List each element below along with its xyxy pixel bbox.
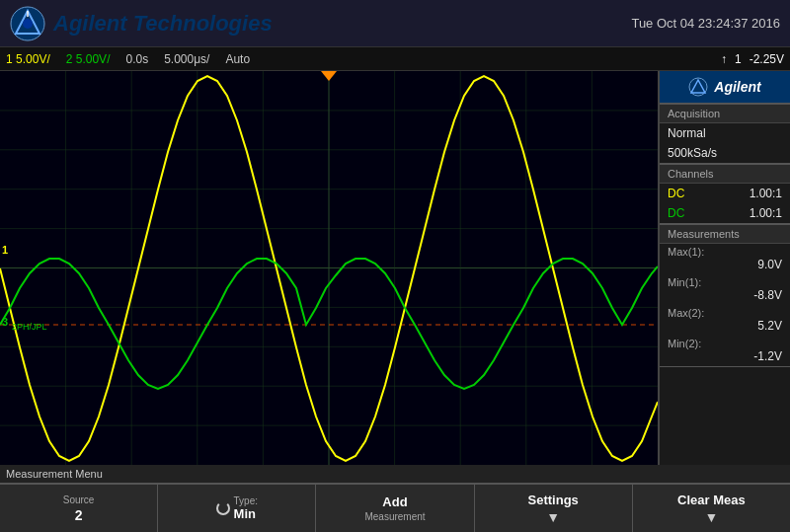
sidebar: Agilent Acquisition Normal 500kSa/s Chan… (658, 71, 790, 465)
scope-display: 1 3 2PH/JPL (0, 71, 658, 465)
ch1-info: DC 1.00:1 (660, 184, 790, 203)
measurements-title: Measurements (660, 224, 790, 244)
channels-title: Channels (660, 164, 790, 184)
chevron-down-icon-clear: ▼ (704, 509, 718, 525)
trigger-arrow (321, 71, 337, 81)
sidebar-brand: Agilent (714, 79, 760, 95)
settings-button[interactable]: Settings ▼ (475, 485, 633, 532)
type-value: Min (234, 506, 256, 521)
timestamp: Tue Oct 04 23:24:37 2016 (631, 16, 780, 31)
add-label: Add (382, 494, 407, 509)
add-sub: Measurement (364, 511, 425, 522)
time-div: 5.000μs/ (164, 52, 209, 66)
ref-label: 2PH/JPL (12, 322, 47, 332)
status-bar: 1 5.00V/ 2 5.00V/ 0.0s 5.000μs/ Auto ↑ 1… (0, 47, 790, 71)
acquisition-section: Acquisition Normal 500kSa/s (660, 104, 790, 164)
bottom-toolbar: Source 2 Type: Min Add Measurement Setti… (0, 483, 790, 532)
chevron-down-icon: ▼ (546, 509, 560, 525)
ch2-info: DC 1.00:1 (660, 203, 790, 223)
company-name: Agilent Technologies (53, 11, 273, 37)
source-label: Source (63, 494, 95, 505)
main-area: 1 3 2PH/JPL Agilent Acquisition Normal 5… (0, 71, 790, 465)
max1-value: 9.0V (660, 258, 790, 274)
min2-value: -1.2V (660, 349, 790, 366)
type-label: Type: (234, 495, 258, 506)
min1-value: -8.8V (660, 288, 790, 305)
max2-value: 5.2V (660, 319, 790, 336)
acquisition-sample-rate: 500kSa/s (660, 143, 790, 163)
settings-label: Settings (528, 493, 579, 507)
measurement-menu-label: Measurement Menu (0, 465, 790, 483)
agilent-logo-icon (10, 6, 45, 41)
ch1-status: 1 5.00V/ (6, 52, 50, 66)
source-value: 2 (75, 507, 83, 523)
clear-label: Clear Meas (677, 493, 746, 507)
acquisition-title: Acquisition (660, 104, 790, 123)
channels-section: Channels DC 1.00:1 DC 1.00:1 (660, 164, 790, 224)
trigger-ch: 1 (735, 52, 742, 66)
clear-meas-button[interactable]: Clear Meas ▼ (633, 485, 790, 532)
measurements-section: Measurements Max(1): 9.0V Min(1): -8.8V … (660, 224, 790, 367)
refresh-icon (216, 501, 230, 515)
max2-label: Max(2): (660, 305, 790, 319)
grid-canvas (0, 71, 658, 465)
ch1-ground-marker: 1 (2, 244, 8, 256)
min2-label: Min(2): (660, 336, 790, 349)
trigger-mode: Auto (225, 52, 250, 66)
sidebar-header: Agilent (660, 71, 790, 104)
ch2-status: 2 5.00V/ (66, 52, 111, 66)
acquisition-mode: Normal (660, 123, 790, 143)
sidebar-logo-icon (688, 77, 708, 97)
min1-label: Min(1): (660, 274, 790, 288)
ch2-ground-marker: 3 (2, 316, 8, 328)
trigger-icon: ↑ (721, 52, 727, 66)
source-button[interactable]: Source 2 (0, 485, 158, 532)
type-button[interactable]: Type: Min (158, 485, 316, 532)
header: Agilent Technologies Tue Oct 04 23:24:37… (0, 0, 790, 47)
time-offset: 0.0s (125, 52, 148, 66)
svg-point-2 (23, 19, 33, 29)
max1-label: Max(1): (660, 244, 790, 258)
trigger-level: -2.25V (750, 52, 784, 66)
logo-area: Agilent Technologies (10, 6, 273, 41)
add-measurement-button[interactable]: Add Measurement (316, 485, 474, 532)
